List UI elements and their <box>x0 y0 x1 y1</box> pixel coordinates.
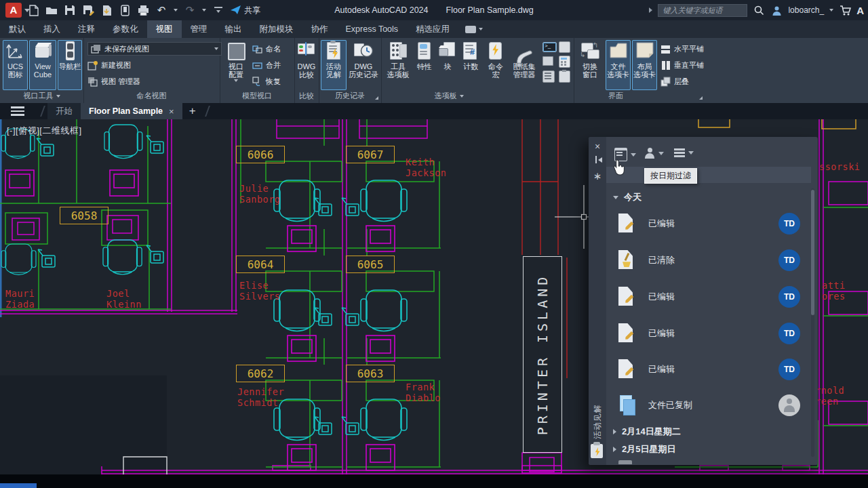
layout-tabs-toggle-button[interactable]: 布局 选项卡 <box>632 40 657 90</box>
filter-by-type-button[interactable] <box>674 148 694 157</box>
tab-start[interactable]: 开始 <box>47 103 81 119</box>
panel-label-viewport-tools[interactable]: 视口工具 <box>0 91 83 101</box>
undo-caret-icon[interactable] <box>174 9 178 12</box>
section-today[interactable]: 今天 <box>613 191 642 203</box>
sheet-set-manager-button[interactable]: 图纸集 管理器 <box>509 40 540 90</box>
interface-launcher-icon[interactable] <box>699 96 703 100</box>
customize-qat-icon[interactable] <box>212 4 224 16</box>
app-store-cart-icon[interactable] <box>839 4 851 16</box>
file-tab-menu-icon[interactable] <box>0 103 38 119</box>
tab-parametric[interactable]: 参数化 <box>104 20 147 38</box>
new-drawing-tab-button[interactable]: + <box>182 103 203 119</box>
viewport-join-button[interactable]: 合并 <box>252 58 281 72</box>
search-input[interactable] <box>658 4 747 17</box>
properties-button[interactable]: 特性 <box>414 40 435 90</box>
collapse-panel-icon[interactable] <box>592 156 603 167</box>
view-manager-icon <box>87 77 98 87</box>
tab-express-tools[interactable]: Express Tools <box>337 20 408 38</box>
date-group-row[interactable]: 2月5日星期日 <box>613 443 675 455</box>
close-tab-icon[interactable]: × <box>169 106 174 117</box>
panel-label-history[interactable]: 历史记录 <box>319 91 381 101</box>
share-button[interactable]: 共享 <box>231 5 260 16</box>
tile-horizontally-button[interactable]: 水平平铺 <box>660 42 704 56</box>
username[interactable]: loboarch_ <box>788 5 824 15</box>
tab-floor-plan-sample[interactable]: Floor Plan Sample × <box>81 103 182 119</box>
panel-label-palettes[interactable]: 选项板 <box>381 91 517 101</box>
panel-settings-icon[interactable]: ∗ <box>592 171 603 182</box>
filter-by-user-button[interactable] <box>644 148 664 159</box>
viewport-controls[interactable]: [-][俯视][二维线框] <box>7 125 82 137</box>
file-tabs-toggle-button[interactable]: 文件 选项卡 <box>606 40 631 90</box>
tab-view[interactable]: 视图 <box>147 20 182 38</box>
materials-icon[interactable] <box>542 70 555 83</box>
layer-states-icon[interactable] <box>559 41 570 53</box>
product-name: Autodesk AutoCAD 2024 <box>334 5 428 15</box>
dwg-history-button[interactable]: DWG 历史记录 <box>348 40 379 90</box>
named-view-dropdown[interactable]: 未保存的视图 <box>87 42 222 56</box>
open-folder-icon[interactable] <box>45 4 58 16</box>
cascade-button[interactable]: 层叠 <box>660 75 689 88</box>
scrollbar-thumb[interactable] <box>811 190 814 315</box>
plot-icon[interactable] <box>137 4 149 16</box>
autodesk-access-icon[interactable]: A <box>856 5 864 16</box>
viewport-config-button[interactable]: 视口 配置 <box>222 40 250 90</box>
clipboard-palette-icon[interactable] <box>559 70 570 83</box>
app-logo[interactable]: A <box>5 3 22 18</box>
tab-collaborate[interactable]: 协作 <box>302 20 337 38</box>
tab-manage[interactable]: 管理 <box>182 20 216 38</box>
tab-annotate[interactable]: 注释 <box>69 20 104 38</box>
viewcube-button[interactable]: View Cube <box>29 40 56 90</box>
activity-item[interactable]: 已清除 TD <box>606 245 811 275</box>
ucs-icon-button[interactable]: UCS 图标 <box>3 40 28 90</box>
panel-label-named-views[interactable]: 命名视图 <box>83 91 220 101</box>
tab-default[interactable]: 默认 <box>0 20 35 38</box>
activity-item[interactable]: 已编辑 TD <box>606 354 811 384</box>
search-icon[interactable] <box>753 4 765 16</box>
occupant-name-fragment: ssorski <box>819 161 860 172</box>
tab-insert[interactable]: 插入 <box>35 20 69 38</box>
switch-windows-button[interactable]: ↰ ↳ 切换 窗口 <box>576 40 604 90</box>
viewport-restore-button[interactable]: 恢复 <box>252 75 281 88</box>
tile-vertically-button[interactable]: 垂直平铺 <box>660 58 704 72</box>
save-as-icon[interactable] <box>82 4 94 16</box>
tab-featured-apps[interactable]: 精选应用 <box>407 20 458 38</box>
panel-label-model-viewports[interactable]: 模型视口 <box>220 91 294 101</box>
search-expand-icon[interactable] <box>649 7 652 13</box>
command-macros-button[interactable]: 命令 宏 <box>484 40 507 90</box>
save-icon[interactable] <box>64 4 76 16</box>
activity-item[interactable]: 已编辑 TD <box>606 282 811 312</box>
quickcalc-icon[interactable] <box>559 56 570 68</box>
panel-label-interface[interactable]: 界面 <box>574 91 658 101</box>
new-view-button[interactable]: 新建视图 <box>87 58 131 72</box>
tab-output[interactable]: 输出 <box>216 20 251 38</box>
save-to-web-icon[interactable] <box>119 4 131 16</box>
undo-icon[interactable]: ↶ <box>155 4 167 16</box>
user-icon[interactable] <box>770 4 783 16</box>
panel-scrollbar[interactable] <box>811 188 814 457</box>
tool-palettes-button[interactable]: 工具 选项板 <box>384 40 412 90</box>
activity-item[interactable]: 已编辑 TD <box>606 319 811 348</box>
reference-palette-icon[interactable] <box>542 56 553 66</box>
open-from-web-icon[interactable] <box>100 4 113 16</box>
blocks-button[interactable]: 块 <box>438 40 457 90</box>
user-menu-caret-icon[interactable] <box>829 9 833 12</box>
close-panel-icon[interactable]: × <box>592 141 603 152</box>
count-button[interactable]: # 计数 <box>460 40 481 90</box>
new-file-icon[interactable] <box>27 4 39 16</box>
tab-addins[interactable]: 附加模块 <box>251 20 302 38</box>
activity-insights-button[interactable]: 活动 见解 <box>321 40 347 90</box>
history-launcher-icon[interactable] <box>375 96 378 100</box>
panel-label-compare[interactable]: 比较 <box>294 91 319 101</box>
redo-caret-icon[interactable] <box>202 9 206 12</box>
viewport-named-button[interactable]: 命名 <box>252 42 281 56</box>
printer-island-label: PRINTER ISLAND <box>523 256 562 453</box>
activity-item[interactable]: 已编辑 TD <box>606 209 811 239</box>
dwg-compare-button[interactable]: DWG 比较 <box>295 40 318 90</box>
navbar-button[interactable]: 导航栏 <box>58 40 82 90</box>
ribbon-display-toggle[interactable] <box>458 20 490 38</box>
date-group-row[interactable]: 2月14日星期二 <box>613 426 681 438</box>
command-line-icon[interactable]: >_ <box>542 42 557 52</box>
view-manager-button[interactable]: 视图 管理器 <box>87 75 140 88</box>
redo-icon[interactable]: ↷ <box>184 4 196 16</box>
activity-item[interactable]: 文件已复制 <box>606 390 811 420</box>
